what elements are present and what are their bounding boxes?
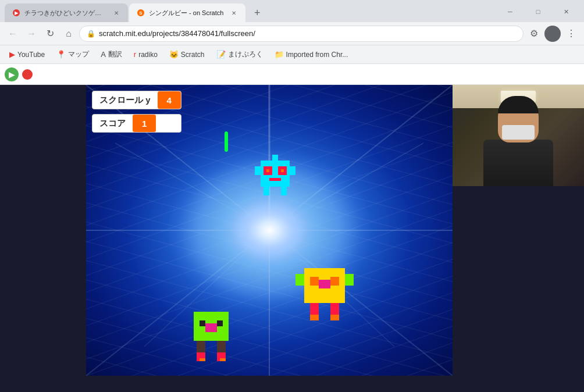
svg-rect-23 [269,178,281,181]
window-controls: ─ □ ✕ [497,3,584,20]
reload-button[interactable]: ↻ [42,26,58,42]
svg-rect-29 [310,277,319,286]
scratch-icon: 🐱 [169,50,179,59]
svg-rect-41 [205,323,217,332]
minimize-button[interactable]: ─ [497,3,524,20]
svg-rect-31 [319,280,330,288]
toolbar: ← → ↻ ⌂ 🔒 scratch.mit.edu/projects/38447… [0,22,584,45]
score-value: 1 [133,115,156,132]
home-button[interactable]: ⌂ [60,26,77,42]
green-flag-button[interactable]: ▶ [5,67,19,81]
tab-2[interactable]: S シングルビー - on Scratch ✕ [129,3,245,22]
new-tab-button[interactable]: + [249,5,265,21]
bookmark-maps-label: マップ [68,49,89,59]
webcam-person [472,105,565,186]
svg-rect-37 [330,315,339,320]
svg-rect-21 [266,169,269,172]
alien-yellow-sprite [295,256,354,320]
forward-button[interactable]: → [23,26,40,42]
address-text: scratch.mit.edu/projects/384478041/fulls… [99,29,255,38]
tab1-close-button[interactable]: ✕ [112,8,121,17]
bookmark-radiko-label: radiko [138,51,158,59]
score-label: スコア [92,118,133,129]
svg-rect-34 [310,303,319,315]
bookmark-imported[interactable]: 📁 Imported from Chr... [270,49,353,60]
address-bar[interactable]: 🔒 scratch.mit.edu/projects/384478041/ful… [79,26,524,42]
menu-button[interactable]: ⋮ [563,26,579,42]
webcam-overlay [453,85,584,186]
svg-text:S: S [139,10,143,16]
bookmark-maps[interactable]: 📍 マップ [52,48,94,60]
stop-button[interactable] [22,69,33,80]
lock-icon: 🔒 [87,30,95,38]
bookmark-makepuroku[interactable]: 📝 まけぷろく [212,48,268,60]
bookmarks-bar: ▶ YouTube 📍 マップ A 翻訳 r radiko 🐱 Scratch … [0,45,584,64]
svg-rect-36 [310,315,319,320]
svg-rect-26 [263,187,269,195]
hud: スクロール y 4 スコア 1 [92,91,181,133]
scroll-y-value: 4 [158,91,181,109]
svg-rect-30 [330,277,339,286]
bookmark-youtube-label: YouTube [17,51,45,59]
person-head [498,96,539,142]
svg-rect-42 [197,341,205,352]
svg-rect-47 [220,358,226,361]
svg-rect-43 [217,341,226,352]
imported-icon: 📁 [275,50,284,59]
bookmark-translate[interactable]: A 翻訳 [96,48,127,60]
profile-button[interactable] [544,26,561,42]
scratch-controls-bar: ▶ [0,64,584,85]
tab-bar: ▶ チラつきがひどいクソゲー「ドラえもんカー... ✕ S シングルビー - o… [0,0,584,22]
youtube-icon: ▶ [9,50,15,59]
svg-rect-35 [330,303,339,315]
extensions-button[interactable]: ⚙ [526,26,542,42]
tab-1[interactable]: ▶ チラつきがひどいクソゲー「ドラえもんカー... ✕ [5,3,128,22]
bookmark-scratch-label: Scratch [181,51,205,59]
tab1-favicon: ▶ [12,8,21,17]
tab2-favicon: S [136,8,145,17]
svg-rect-24 [255,166,261,175]
browser-frame: ▶ チラつきがひどいクソゲー「ドラえもんカー... ✕ S シングルビー - o… [0,0,584,392]
bookmark-imported-label: Imported from Chr... [286,51,348,59]
svg-rect-25 [290,166,295,175]
radiko-icon: r [134,50,136,59]
bookmark-makepuroku-label: まけぷろく [228,49,263,59]
svg-rect-39 [200,320,205,326]
makepuroku-icon: 📝 [216,50,226,59]
translate-icon: A [101,50,106,59]
svg-rect-46 [200,358,205,361]
bookmark-radiko[interactable]: r radiko [129,49,162,60]
scroll-y-display: スクロール y 4 [92,91,181,109]
bookmark-scratch[interactable]: 🐱 Scratch [165,49,209,60]
maps-icon: 📍 [56,50,66,59]
close-window-button[interactable]: ✕ [553,3,579,20]
svg-rect-27 [281,187,287,195]
alien-cyan-sprite [252,152,298,198]
svg-rect-22 [281,169,284,172]
tab1-label: チラつきがひどいクソゲー「ドラえもんカー... [24,9,106,17]
tab2-label: シングルビー - on Scratch [149,9,223,17]
svg-rect-33 [345,274,354,286]
svg-rect-40 [217,320,223,326]
tab2-close-button[interactable]: ✕ [229,8,238,17]
alien-green-sprite [188,303,234,361]
person-body [483,140,553,186]
bullet-sprite [225,131,228,152]
game-canvas[interactable]: スクロール y 4 スコア 1 [86,85,453,376]
content-area: スクロール y 4 スコア 1 [0,85,584,392]
score-display: スコア 1 [92,114,181,133]
bookmark-youtube[interactable]: ▶ YouTube [5,49,49,60]
svg-rect-18 [272,155,278,163]
back-button[interactable]: ← [5,26,21,42]
svg-rect-32 [295,274,304,286]
maximize-button[interactable]: □ [525,3,551,20]
svg-text:▶: ▶ [15,10,19,16]
scroll-y-label: スクロール y [92,95,158,106]
bookmark-translate-label: 翻訳 [108,49,122,59]
person-mask [502,125,535,140]
